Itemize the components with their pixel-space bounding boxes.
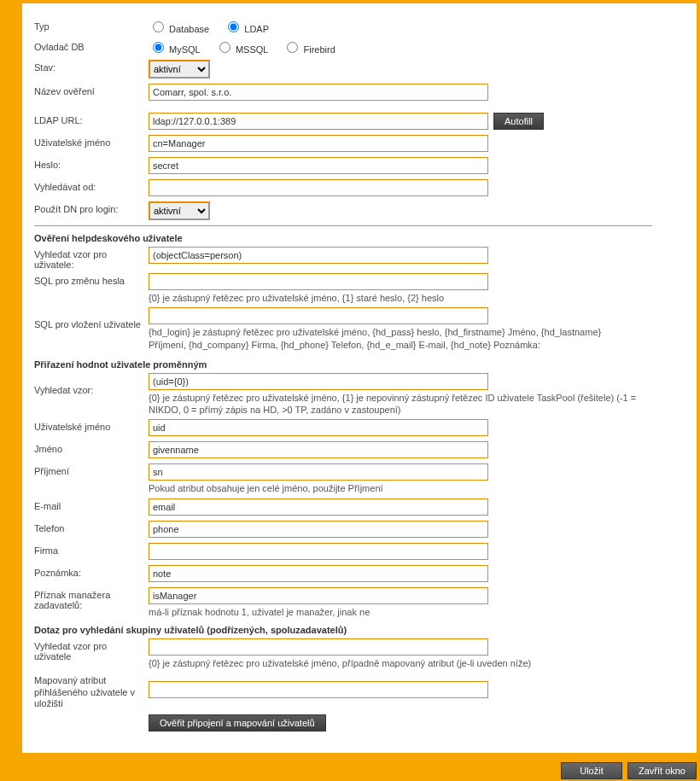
sec1-insert-label: SQL pro vložení uživatele xyxy=(34,307,149,329)
sec3-mapattr-input[interactable] xyxy=(149,681,488,698)
sec1-pwchange-hint: {0} je zástupný řetězec pro uživatelské … xyxy=(149,292,680,304)
sec2-search-input[interactable] xyxy=(149,373,488,390)
sec2-search-label: Vyhledat vzor: xyxy=(34,373,149,395)
sec2-company-label: Firma xyxy=(34,543,149,556)
usedn-label: Použít DN pro login: xyxy=(34,201,149,214)
searchfrom-label: Vyhledávat od: xyxy=(34,179,149,192)
type-label: Typ xyxy=(34,19,149,32)
type-radio-ldap[interactable]: LDAP xyxy=(224,24,269,34)
sec3-search-hint: {0} je zástupný řetězec pro uživatelské … xyxy=(149,657,680,669)
sec2-user-label: Uživatelské jméno xyxy=(34,419,149,432)
password-input[interactable] xyxy=(149,157,488,174)
driver-radio-mysql[interactable]: MySQL xyxy=(149,44,201,55)
sec2-phone-input[interactable] xyxy=(149,521,488,538)
sec1-search-input[interactable] xyxy=(149,247,488,264)
sec2-note-input[interactable] xyxy=(149,565,488,582)
sec2-email-label: E-mail xyxy=(34,498,149,511)
sec3-search-input[interactable] xyxy=(149,638,488,656)
separator-1 xyxy=(34,225,652,226)
sec3-search-label: Vyhledat vzor pro uživatele xyxy=(34,638,149,662)
sec2-first-input[interactable] xyxy=(149,441,488,458)
sec2-last-input[interactable] xyxy=(149,463,488,481)
sec1-insert-input[interactable] xyxy=(149,307,488,324)
sec2-first-label: Jméno xyxy=(34,441,149,454)
state-label: Stav: xyxy=(34,60,149,73)
save-button[interactable]: Uložit xyxy=(561,762,622,779)
sec2-manager-hint: má-li příznak hodnotu 1, uživatel je man… xyxy=(149,606,680,618)
password-label: Heslo: xyxy=(34,157,149,170)
username-input[interactable] xyxy=(149,135,488,152)
driver-radio-mssql[interactable]: MSSQL xyxy=(215,44,269,55)
type-radio-database[interactable]: Database xyxy=(149,24,209,34)
sec1-search-label: Vyhledat vzor pro uživatele: xyxy=(34,247,149,270)
usedn-select[interactable]: aktivní xyxy=(149,202,209,219)
sec3-mapattr-label: Mapovaný atribut přihlášeného uživatele … xyxy=(34,673,149,709)
driver-radio-firebird[interactable]: Firebird xyxy=(283,44,335,55)
driver-label: Ovladač DB xyxy=(34,39,149,52)
section2-title: Přiřazení hodnot uživatele proměnným xyxy=(34,359,680,370)
sec1-pwchange-label: SQL pro změnu hesla xyxy=(34,273,149,286)
sec2-manager-label: Příznak manažera zadavatelů: xyxy=(34,587,149,610)
sec2-user-input[interactable] xyxy=(149,419,488,436)
section1-title: Ověření helpdeskového uživatele xyxy=(34,233,680,243)
sec1-insert-hint: {hd_login} je zástupný řetězec pro uživa… xyxy=(149,326,627,351)
verify-button[interactable]: Ověřit připojení a mapování uživatelů xyxy=(149,714,326,731)
sec1-pwchange-input[interactable] xyxy=(149,273,488,290)
sec2-last-hint: Pokud atribut obsahuje jen celé jméno, p… xyxy=(149,482,680,494)
sec2-manager-input[interactable] xyxy=(149,587,488,604)
sec2-company-input[interactable] xyxy=(149,543,488,560)
searchfrom-input[interactable] xyxy=(149,179,488,196)
sec2-search-hint: {0} je zástupný řetězec pro uživatelské … xyxy=(149,392,650,417)
sec2-phone-label: Telefon xyxy=(34,521,149,533)
sec2-email-input[interactable] xyxy=(149,498,488,516)
close-button[interactable]: Zavřít okno xyxy=(627,762,697,779)
sec2-note-label: Poznámka: xyxy=(34,565,149,578)
authname-input[interactable] xyxy=(149,84,488,101)
ldapurl-input[interactable] xyxy=(149,113,488,130)
sec2-last-label: Příjmení xyxy=(34,463,149,476)
autofill-button[interactable]: Autofill xyxy=(493,113,544,130)
section3-title: Dotaz pro vyhledání skupiny uživatelů (p… xyxy=(34,625,680,635)
state-select[interactable]: aktivní xyxy=(149,61,209,78)
authname-label: Název ověření xyxy=(34,84,149,96)
username-label: Uživatelské jméno xyxy=(34,135,149,148)
ldapurl-label: LDAP URL: xyxy=(34,113,149,125)
